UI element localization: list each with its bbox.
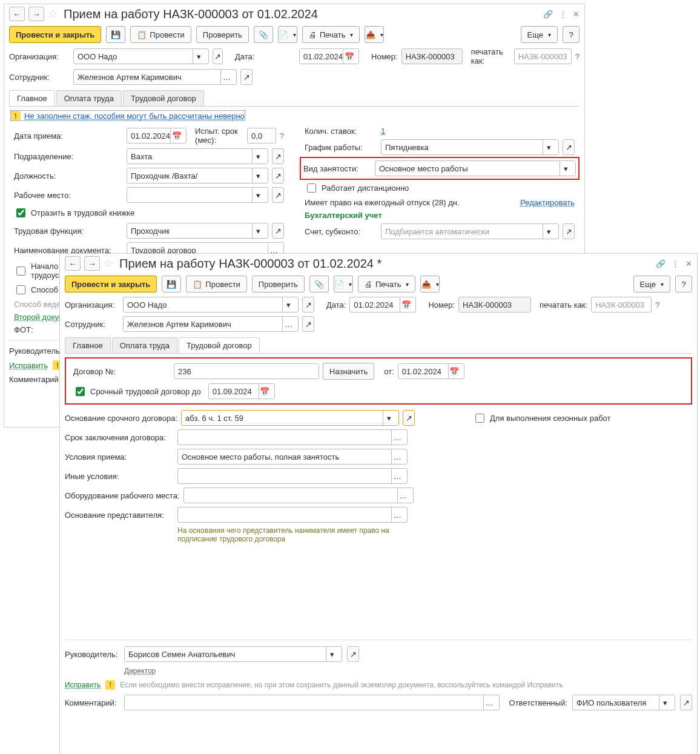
workplace-open-button[interactable]: ↗: [272, 187, 284, 203]
attach-button[interactable]: 📎: [309, 276, 329, 293]
dept-label: Подразделение:: [14, 152, 123, 161]
nav-forward-button[interactable]: →: [84, 256, 100, 271]
nav-back-button[interactable]: ←: [9, 7, 25, 21]
close-icon[interactable]: ✕: [573, 10, 579, 19]
number-input: НАЗК-000003: [458, 297, 531, 313]
help-print-as-icon[interactable]: ?: [575, 52, 579, 61]
lower-toolbar: Провести и закрыть 💾 📋Провести Проверить…: [60, 273, 697, 295]
schedule-input[interactable]: Пятидневка▾: [381, 139, 559, 155]
org-dropdown-icon[interactable]: ▾: [193, 49, 205, 64]
func-label: Трудовая функция:: [14, 227, 123, 236]
edit-vacation-link[interactable]: Редактировать: [520, 198, 575, 207]
print-button[interactable]: 🖨Печать: [302, 26, 360, 43]
second-doc-link[interactable]: Второй докум: [14, 313, 64, 322]
position-open-button[interactable]: ↗: [272, 168, 284, 184]
org-open-button[interactable]: ↗: [213, 48, 223, 64]
basis-open-button[interactable]: ↗: [403, 410, 415, 426]
send-button[interactable]: 📤: [420, 276, 440, 293]
employee-open-button[interactable]: ↗: [302, 316, 314, 332]
stazh-warning[interactable]: ! Не заполнен стаж, пособия могут быть р…: [10, 110, 245, 121]
fix-link-upper[interactable]: Исправить: [9, 361, 48, 370]
position-input[interactable]: Проходчик /Вахта/▾: [127, 168, 268, 184]
copy-button[interactable]: 📄: [334, 276, 353, 293]
link-icon[interactable]: 🔗: [543, 10, 553, 19]
seasonal-checkbox[interactable]: Для выполнения сезонных работ: [473, 412, 610, 425]
from-date-input[interactable]: 01.02.2024📅: [398, 363, 464, 379]
lower-titlebar: ← → ☆ Прием на работу НАЗК-000003 от 01.…: [60, 254, 697, 273]
print-as-input[interactable]: НАЗК-000003: [591, 297, 652, 313]
hire-date-input[interactable]: 01.02.2024 📅: [127, 128, 187, 144]
probation-input[interactable]: 0,0: [247, 128, 276, 144]
workplace-input[interactable]: ▾: [127, 187, 268, 203]
func-input[interactable]: Проходчик▾: [127, 223, 268, 239]
proverit-button[interactable]: Проверить: [252, 276, 305, 293]
link-icon[interactable]: 🔗: [656, 259, 665, 268]
remote-checkbox[interactable]: Работает дистанционно: [305, 182, 409, 194]
stakes-label: Колич. ставок:: [305, 127, 377, 136]
contract-no-label: Договор №:: [73, 367, 170, 376]
tab-contract[interactable]: Трудовой договор: [179, 337, 260, 353]
tab-contract[interactable]: Трудовой договор: [123, 90, 204, 106]
proverit-button[interactable]: Проверить: [196, 26, 249, 43]
more-button[interactable]: Еще: [521, 26, 558, 43]
schedule-open-button[interactable]: ↗: [563, 139, 575, 155]
save-button[interactable]: 💾: [106, 26, 125, 43]
basis-input[interactable]: абз. 6 ч. 1 ст. 59▾: [181, 410, 399, 426]
print-button[interactable]: 🖨Печать: [358, 276, 416, 293]
employment-input[interactable]: Основное место работы▾: [375, 160, 576, 176]
tab-main[interactable]: Главное: [65, 337, 111, 353]
upper-toolbar: Провести и закрыть 💾 📋Провести Проверить…: [4, 24, 584, 45]
fixed-term-date-input[interactable]: 01.09.2024📅: [208, 383, 275, 399]
stakes-value-link[interactable]: 1: [381, 127, 385, 136]
vacation-text: Имеет право на ежегодный отпуск (28) дн.: [305, 198, 460, 207]
menu-icon[interactable]: ⋮: [672, 259, 679, 268]
org-input[interactable]: ООО Надо ▾: [73, 48, 209, 64]
tab-main[interactable]: Главное: [9, 90, 55, 106]
save-close-button[interactable]: Провести и закрыть: [9, 26, 101, 43]
org-input[interactable]: ООО Надо▾: [123, 297, 299, 313]
tab-pay[interactable]: Оплата труда: [56, 90, 122, 106]
provesti-button[interactable]: 📋Провести: [130, 26, 191, 43]
more-button[interactable]: Еще: [633, 276, 670, 293]
employee-open-button[interactable]: ↗: [240, 69, 253, 85]
calendar-icon[interactable]: 📅: [170, 128, 182, 143]
date-input[interactable]: 01.02.2024 📅: [299, 48, 359, 64]
help-probation-icon[interactable]: ?: [280, 131, 284, 141]
provesti-button[interactable]: 📋Провести: [186, 276, 247, 293]
nav-forward-button[interactable]: →: [28, 7, 44, 21]
help-button[interactable]: ?: [675, 276, 692, 293]
employee-input[interactable]: Железнов Артем Каримович …: [73, 69, 237, 85]
org-open-button[interactable]: ↗: [302, 297, 314, 313]
menu-icon[interactable]: ⋮: [559, 10, 567, 19]
star-icon[interactable]: ☆: [48, 7, 58, 21]
tab-pay[interactable]: Оплата труда: [112, 337, 177, 353]
employee-input[interactable]: Железнов Артем Каримович…: [123, 316, 299, 332]
account-open-button[interactable]: ↗: [563, 223, 575, 239]
attach-button[interactable]: 📎: [254, 26, 273, 43]
assign-button[interactable]: Назначить: [323, 363, 374, 380]
print-as-input[interactable]: НАЗК-000003: [514, 48, 572, 64]
employee-ellipsis-icon[interactable]: …: [220, 70, 233, 84]
star-icon[interactable]: ☆: [104, 257, 113, 270]
send-button[interactable]: 📤: [365, 26, 384, 43]
date-picker-icon[interactable]: 📅: [343, 49, 355, 64]
fixed-term-checkbox[interactable]: Срочный трудовой договор до: [73, 385, 201, 398]
fot-label: ФОТ:: [14, 325, 33, 334]
nav-back-button[interactable]: ←: [65, 256, 81, 271]
dept-open-button[interactable]: ↗: [272, 148, 284, 164]
term-input[interactable]: …: [177, 429, 408, 436]
close-icon[interactable]: ✕: [685, 259, 692, 268]
dept-input[interactable]: Вахта▾: [127, 148, 268, 164]
save-button[interactable]: 💾: [162, 276, 181, 293]
copy-button[interactable]: 📄: [278, 26, 297, 43]
account-input[interactable]: Подбирается автоматически▾: [381, 223, 559, 239]
save-close-button[interactable]: Провести и закрыть: [65, 276, 157, 293]
help-button[interactable]: ?: [563, 26, 579, 43]
date-input[interactable]: 01.02.2024📅: [349, 297, 416, 313]
help-print-as-icon[interactable]: ?: [655, 300, 659, 309]
contract-no-input[interactable]: 236: [174, 363, 319, 379]
hire-date-label: Дата приема:: [14, 131, 123, 141]
reflect-checkbox[interactable]: Отразить в трудовой книжке: [14, 207, 134, 219]
func-open-button[interactable]: ↗: [272, 223, 284, 239]
account-label: Счет, субконто:: [305, 227, 377, 236]
